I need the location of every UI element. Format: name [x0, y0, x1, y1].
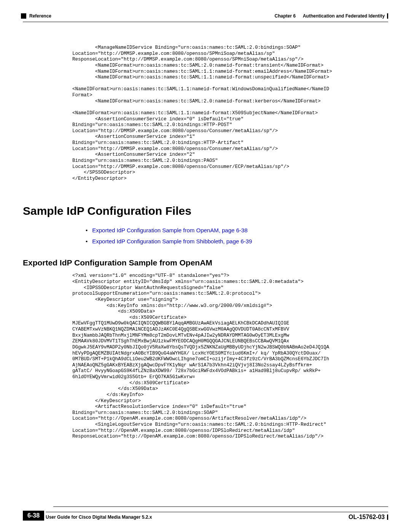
page-number: 6-38: [23, 511, 44, 521]
footer-rule: [387, 514, 388, 520]
chapter-title: Authentication and Federated Identity: [303, 13, 385, 19]
code-block-xml-top: <ManageNameIDService Binding="urn:oasis:…: [72, 45, 396, 182]
header-rule: [387, 13, 388, 19]
heading-openam-sample: Exported IdP Configuration Sample from O…: [23, 258, 388, 267]
page-footer: 6-38 User Guide for Cisco Digital Media …: [23, 506, 388, 521]
header-marker: [21, 13, 26, 19]
header-divider: [23, 22, 388, 22]
heading-sample-idp-files: Sample IdP Configuration Files: [23, 204, 388, 217]
code-block-xml-openam: <?xml version="1.0" encoding="UTF-8" sta…: [72, 273, 396, 440]
toc-bullets: • Exported IdP Configuration Sample from…: [86, 225, 388, 247]
bullet-item: • Exported IdP Configuration Sample from…: [86, 225, 388, 236]
header-section: Reference: [29, 13, 51, 19]
toc-link-openam[interactable]: Exported IdP Configuration Sample from O…: [92, 225, 247, 236]
bullet-item: • Exported IdP Configuration Sample from…: [86, 236, 388, 247]
toc-link-shibboleth[interactable]: Exported IdP Configuration Sample from S…: [92, 236, 252, 247]
bullet-dot-icon: •: [86, 236, 88, 247]
chapter-label: Chapter 6: [275, 13, 296, 19]
bullet-dot-icon: •: [86, 225, 88, 236]
footer-doc-id: OL-15762-03: [349, 514, 385, 521]
footer-doc-title: User Guide for Cisco Digital Media Manag…: [46, 514, 152, 520]
page-header: Reference Chapter 6 Authentication and F…: [23, 13, 388, 19]
